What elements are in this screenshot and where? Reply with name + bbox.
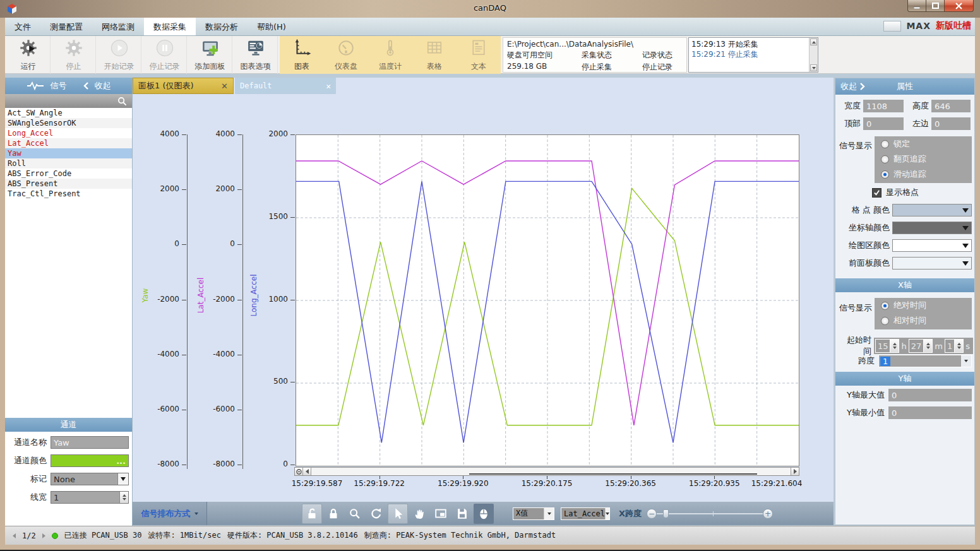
time-mode-绝对时间[interactable]: 绝对时间 (875, 298, 972, 313)
max-label[interactable]: MAX (906, 21, 931, 31)
save-icon[interactable] (452, 504, 472, 524)
channel-mark-dropdown[interactable]: None (51, 473, 129, 485)
span-dropdown[interactable]: 1 (878, 355, 972, 367)
tab-panel1[interactable]: 面板1 (仅图表) ✕ (133, 78, 234, 94)
maximize-button[interactable] (926, 0, 945, 12)
signal-item-Act_SW_Angle[interactable]: Act_SW_Angle (5, 108, 132, 118)
left-field[interactable]: 0 (931, 117, 971, 130)
x-value-dropdown-arrow-icon[interactable] (544, 508, 554, 519)
signal-item-ABS_Error_Code[interactable]: ABS_Error_Code (5, 169, 132, 179)
start-minute-stepper[interactable]: 27 (909, 339, 933, 353)
toolbar-button-运行[interactable]: 运行 (6, 36, 51, 74)
sidebar-collapse-button[interactable]: 收起 (95, 80, 111, 92)
top-field[interactable]: 0 (863, 117, 904, 130)
toolbar-button-停止记录[interactable]: 停止记录 (143, 36, 187, 74)
plot-area[interactable] (296, 134, 799, 466)
radio-icon[interactable] (881, 302, 889, 310)
mouse-icon[interactable] (474, 504, 494, 524)
panel-button-温度计[interactable]: 温度计 (368, 36, 412, 74)
display-mode-锁定[interactable]: 锁定 (875, 136, 972, 151)
span-dropdown-arrow-icon[interactable] (961, 355, 971, 367)
show-grid-checkbox[interactable] (872, 188, 881, 198)
start-second-stepper[interactable]: 1 (945, 339, 964, 353)
slider-minus-icon[interactable]: − (647, 509, 657, 519)
scrollbar-thumb[interactable] (469, 473, 756, 475)
signal-item-ABS_Present[interactable]: ABS_Present (5, 179, 132, 189)
lock-icon[interactable] (323, 504, 344, 524)
height-field[interactable]: 646 (931, 100, 971, 112)
minimize-button[interactable] (907, 0, 926, 12)
signal-search-bar[interactable] (5, 94, 132, 108)
menu-item-数据采集[interactable]: 数据采集 (144, 18, 196, 35)
grid-color-dropdown[interactable] (892, 204, 972, 216)
signal-select-dropdown[interactable]: Lat_Accel (561, 507, 610, 520)
cursor-icon[interactable] (388, 504, 408, 524)
tab-default-close-icon[interactable]: ✕ (326, 81, 331, 91)
chart-horizontal-scrollbar[interactable] (294, 467, 799, 476)
scrollbar-left-icon[interactable] (303, 468, 311, 475)
menu-item-网络监测[interactable]: 网络监测 (92, 18, 144, 35)
tab-panel1-close-icon[interactable]: ✕ (221, 81, 228, 91)
refresh-icon[interactable] (366, 504, 386, 524)
slider-handle[interactable] (663, 509, 669, 518)
x-span-slider[interactable]: − + (647, 509, 773, 519)
menu-item-文件[interactable]: 文件 (5, 18, 40, 35)
menu-item-测量配置[interactable]: 测量配置 (40, 18, 92, 35)
y-min-field[interactable]: 0 (888, 406, 972, 419)
signal-item-SWAngleSensorOK[interactable]: SWAngleSensorOK (5, 118, 132, 128)
page-prev-icon[interactable] (13, 533, 16, 538)
toolbar-button-添加面板[interactable]: 添加面板 (188, 36, 232, 74)
display-mode-滑动追踪[interactable]: 滑动追踪 (875, 167, 972, 182)
chevron-left-icon[interactable] (83, 82, 88, 90)
time-mode-相对时间[interactable]: 相对时间 (875, 313, 972, 328)
pan-hand-icon[interactable] (409, 504, 429, 524)
scrollbar-right-icon[interactable] (791, 468, 799, 475)
fit-window-icon[interactable] (431, 504, 451, 524)
display-mode-翻页追踪[interactable]: 翻页追踪 (875, 151, 972, 167)
menu-item-数据分析[interactable]: 数据分析 (196, 18, 248, 35)
x-value-dropdown[interactable]: X值 (513, 507, 554, 520)
panel-button-文本[interactable]: 文本 (457, 36, 501, 74)
log-scrollbar[interactable] (809, 38, 818, 72)
search-icon[interactable] (117, 97, 127, 106)
start-hour-stepper[interactable]: 15 (875, 339, 900, 353)
unlock-icon[interactable] (302, 504, 322, 524)
radio-icon[interactable] (881, 155, 889, 163)
log-scroll-up-icon[interactable] (810, 39, 817, 45)
signal-arrange-dropdown[interactable]: 信号排布方式 (133, 502, 207, 525)
signal-item-Yaw[interactable]: Yaw (5, 148, 132, 158)
channel-color-swatch[interactable]: ... (51, 454, 129, 467)
feedback-link[interactable]: 新版吐槽 (936, 20, 971, 32)
radio-icon[interactable] (881, 140, 889, 148)
language-toggle-button[interactable] (883, 21, 901, 32)
slider-plus-icon[interactable]: + (763, 509, 773, 519)
channel-width-stepper[interactable]: 1 (51, 491, 129, 504)
panel-button-仪表盘[interactable]: 仪表盘 (324, 36, 368, 74)
signal-item-Lat_Accel[interactable]: Lat_Accel (5, 138, 132, 148)
panel-color-dropdown[interactable] (892, 257, 972, 270)
scrollbar-zoom-out-icon[interactable] (295, 468, 303, 475)
radio-icon[interactable] (881, 170, 889, 179)
zoom-icon[interactable] (345, 504, 365, 524)
scrollbar-track[interactable] (311, 468, 791, 475)
panel-button-表格[interactable]: 表格 (412, 36, 457, 74)
y-max-field[interactable]: 0 (888, 389, 972, 401)
panel-button-图表[interactable]: 图表 (280, 36, 324, 74)
signal-item-Long_Accel[interactable]: Long_Accel (5, 128, 132, 138)
axis-color-dropdown[interactable] (892, 222, 972, 234)
signal-dropdown-arrow-icon[interactable] (605, 508, 609, 519)
signal-item-Roll[interactable]: Roll (5, 158, 132, 169)
width-field[interactable]: 1108 (863, 100, 904, 112)
width-spinner-icon[interactable] (119, 492, 128, 503)
toolbar-button-开始记录[interactable]: 开始记录 (97, 36, 141, 74)
close-button[interactable] (945, 0, 974, 12)
plot-color-dropdown[interactable] (892, 239, 972, 252)
mark-dropdown-arrow-icon[interactable] (117, 473, 128, 485)
toolbar-button-图表选项[interactable]: 图表选项 (234, 36, 278, 74)
radio-icon[interactable] (881, 317, 889, 325)
menu-item-帮助(H)[interactable]: 帮助(H) (248, 18, 296, 35)
channel-name-field[interactable]: Yaw (51, 436, 129, 449)
tab-default[interactable]: Default ✕ (235, 78, 336, 94)
log-scroll-down-icon[interactable] (810, 64, 817, 71)
signal-item-Trac_Ctl_Present[interactable]: Trac_Ctl_Present (5, 189, 132, 199)
